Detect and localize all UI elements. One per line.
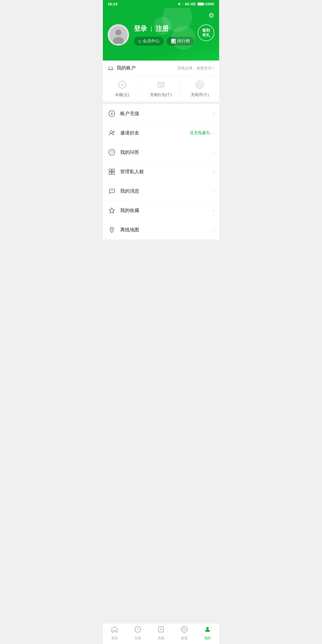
svg-point-24 xyxy=(111,228,112,230)
svg-point-21 xyxy=(112,191,112,191)
pile-arrow: › xyxy=(213,169,214,174)
battery-icon xyxy=(197,2,204,6)
stat-redpacket[interactable]: ¥ 充电红包(个) xyxy=(142,76,180,102)
chevron-right-icon: › xyxy=(213,150,214,155)
recharge-icon: ¥ xyxy=(108,109,116,118)
profile-header: ⚙ 登录 | 注册 ◇ 会员中心 📊 排行榜 xyxy=(103,8,219,61)
chevron-right-icon: › xyxy=(213,111,214,116)
stat-balance[interactable]: ¥ 余额(元) xyxy=(103,76,142,102)
coin-icon xyxy=(196,81,204,90)
account-subtitle: 充电记录、免密支付 xyxy=(177,66,212,71)
account-right: 充电记录、免密支付 › xyxy=(177,66,214,71)
menu-item-offline-map[interactable]: 离线地图 › xyxy=(103,220,219,239)
account-stats: ¥ 余额(元) ¥ 充电红包(个) 充电币(个) xyxy=(103,76,219,102)
chevron-right-icon: › xyxy=(213,188,214,194)
svg-marker-23 xyxy=(109,208,114,213)
pile-label: 管理私人桩 xyxy=(120,169,213,175)
redpacket-icon: ¥ xyxy=(157,81,165,90)
account-section: 🗂 我的账户 充电记录、免密支付 › ¥ 余额(元) ¥ xyxy=(103,61,219,102)
menu-item-private-pile[interactable]: 管理私人桩 › xyxy=(103,162,219,182)
chevron-right-icon: › xyxy=(213,208,214,213)
offline-map-label: 离线地图 xyxy=(120,227,213,233)
balance-label: 余额(元) xyxy=(115,92,129,97)
bluetooth-icon: ✳ xyxy=(178,2,181,6)
member-label: 会员中心 xyxy=(143,38,160,44)
faq-label: 我的问答 xyxy=(120,149,213,156)
network-icon: 4G HD xyxy=(185,2,196,6)
svg-text:¥: ¥ xyxy=(111,112,113,116)
redpacket-label: 充电红包(个) xyxy=(150,92,172,97)
pile-icon xyxy=(108,168,116,176)
svg-rect-18 xyxy=(109,172,112,174)
invite-right: 送充电豪礼 › xyxy=(190,130,214,136)
svg-text:?: ? xyxy=(111,150,113,155)
recharge-label: 账户充值 xyxy=(120,111,213,117)
svg-rect-17 xyxy=(112,169,114,171)
star-icon xyxy=(108,206,116,215)
invite-icon xyxy=(108,129,116,137)
account-header[interactable]: 🗂 我的账户 充电记录、免密支付 › xyxy=(103,61,219,76)
account-left: 🗂 我的账户 xyxy=(108,65,136,72)
svg-text:¥: ¥ xyxy=(160,84,162,87)
stat-coin[interactable]: 充电币(个) xyxy=(181,76,219,102)
svg-marker-9 xyxy=(197,83,202,87)
message-icon xyxy=(108,187,116,195)
diamond-icon: ◇ xyxy=(138,39,141,44)
checkin-badge[interactable]: 签到有礼 xyxy=(198,24,214,41)
chevron-right-icon: › xyxy=(213,66,214,70)
faq-icon: ? xyxy=(108,148,116,157)
menu-section: ¥ 账户充值 › 邀请好友 送充电豪礼 › ? xyxy=(103,104,219,239)
svg-point-8 xyxy=(196,81,203,88)
login-button[interactable]: 登录 xyxy=(134,24,147,33)
faq-arrow: › xyxy=(213,150,214,155)
status-icons: ✳ ↕ 4G HD 100% xyxy=(178,2,214,6)
chevron-right-icon: › xyxy=(213,227,214,233)
chevron-right-icon: › xyxy=(213,130,214,136)
menu-item-faq[interactable]: ? 我的问答 › xyxy=(103,143,219,162)
menu-item-recharge[interactable]: ¥ 账户充值 › xyxy=(103,104,219,123)
member-center-button[interactable]: ◇ 会员中心 xyxy=(134,37,164,46)
svg-point-1 xyxy=(115,30,121,35)
message-arrow: › xyxy=(213,188,214,194)
settings-icon[interactable]: ⚙ xyxy=(208,12,214,19)
gray-fill xyxy=(103,242,219,301)
menu-item-invite[interactable]: 邀请好友 送充电豪礼 › xyxy=(103,123,219,143)
menu-item-favorites[interactable]: 我的收藏 › xyxy=(103,201,219,220)
favorites-label: 我的收藏 xyxy=(120,208,213,214)
coin-label: 充电币(个) xyxy=(191,92,209,97)
svg-point-20 xyxy=(111,191,111,191)
svg-point-22 xyxy=(112,191,113,191)
map-arrow: › xyxy=(213,227,214,233)
chevron-right-icon: › xyxy=(213,169,214,174)
map-icon xyxy=(108,226,116,234)
status-time: 16:24 xyxy=(108,2,117,6)
favorites-arrow: › xyxy=(213,208,214,213)
wallet-icon: 🗂 xyxy=(108,65,114,72)
recharge-arrow: › xyxy=(213,111,214,116)
svg-point-12 xyxy=(110,131,112,133)
avatar[interactable] xyxy=(108,24,129,46)
message-label: 我的消息 xyxy=(120,188,213,194)
battery-percent: 100% xyxy=(205,2,214,6)
menu-item-message[interactable]: 我的消息 › xyxy=(103,182,219,201)
invite-label: 邀请好友 xyxy=(120,130,190,136)
yuan-icon: ¥ xyxy=(118,81,126,90)
svg-point-13 xyxy=(113,131,114,133)
checkin-text: 签到有礼 xyxy=(202,28,210,37)
invite-gift-text: 送充电豪礼 xyxy=(190,130,210,136)
svg-rect-16 xyxy=(109,169,112,171)
svg-rect-19 xyxy=(112,172,114,174)
signal-icon: ↕ xyxy=(182,2,184,6)
divider: | xyxy=(151,25,152,32)
account-title: 我的账户 xyxy=(117,65,136,71)
avatar-svg xyxy=(109,26,127,44)
status-bar: 16:24 ✳ ↕ 4G HD 100% xyxy=(103,0,219,8)
svg-text:¥: ¥ xyxy=(121,83,123,87)
